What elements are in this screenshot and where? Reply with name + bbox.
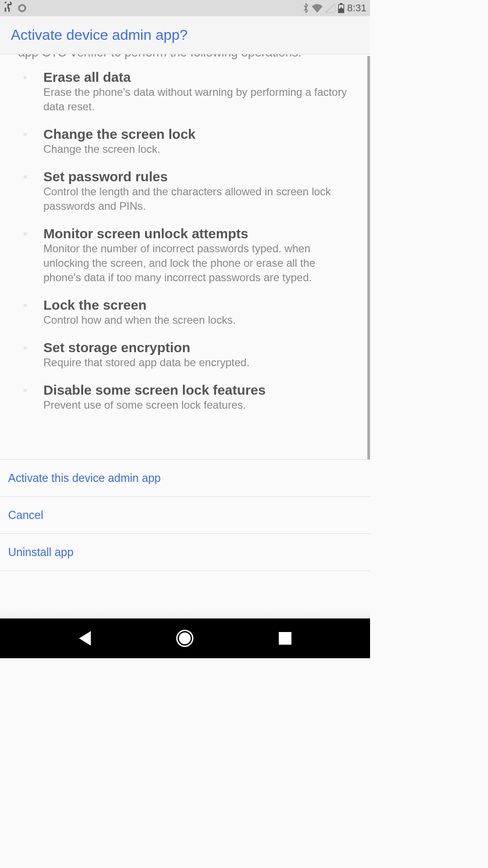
status-right-icons: 8:31 bbox=[303, 2, 366, 14]
scrollbar-thumb[interactable] bbox=[367, 56, 370, 459]
permission-title: Set password rules bbox=[43, 169, 352, 184]
home-icon[interactable] bbox=[176, 630, 193, 647]
permission-title: Erase all data bbox=[43, 70, 352, 85]
permission-item: Erase all data Erase the phone's data wi… bbox=[36, 70, 352, 114]
permission-desc: Monitor the number of incorrect password… bbox=[43, 241, 352, 285]
permission-title: Monitor screen unlock attempts bbox=[43, 226, 352, 241]
status-left-icons bbox=[4, 2, 26, 14]
permission-desc: Control the length and the characters al… bbox=[43, 184, 352, 213]
permission-item: Lock the screen Control how and when the… bbox=[36, 297, 352, 327]
permission-item: Change the screen lock Change the screen… bbox=[36, 127, 352, 156]
bluetooth-icon bbox=[303, 3, 309, 13]
permission-title: Change the screen lock bbox=[43, 127, 352, 142]
activate-button[interactable]: Activate this device admin app bbox=[0, 460, 370, 497]
cell-signal-icon bbox=[325, 4, 335, 13]
navigation-bar bbox=[0, 618, 370, 658]
app-header: Activate device admin app? bbox=[0, 16, 370, 54]
permission-title: Lock the screen bbox=[43, 297, 352, 313]
permission-item: Set password rules Control the length an… bbox=[36, 169, 352, 213]
intro-text: app CTS Verifier to perform the followin… bbox=[18, 54, 352, 61]
wifi-icon bbox=[312, 4, 323, 13]
status-bar: 8:31 bbox=[0, 0, 370, 16]
bottom-shadow bbox=[0, 608, 370, 618]
battery-charging-icon bbox=[338, 3, 344, 13]
permission-item: Monitor screen unlock attempts Monitor t… bbox=[36, 226, 352, 285]
permission-desc: Require that stored app data be encrypte… bbox=[43, 355, 352, 370]
permission-desc: Change the screen lock. bbox=[43, 142, 352, 156]
permission-item: Set storage encryption Require that stor… bbox=[36, 340, 352, 370]
permission-list: Erase all data Erase the phone's data wi… bbox=[18, 70, 352, 412]
permission-title: Set storage encryption bbox=[43, 340, 352, 355]
cancel-button[interactable]: Cancel bbox=[0, 497, 370, 534]
fi-icon bbox=[4, 2, 13, 14]
uninstall-button[interactable]: Uninstall app bbox=[0, 534, 370, 571]
permission-desc: Erase the phone's data without warning b… bbox=[43, 85, 352, 114]
permission-desc: Prevent use of some screen lock features… bbox=[43, 398, 352, 412]
permission-item: Disable some screen lock features Preven… bbox=[36, 382, 352, 412]
svg-rect-1 bbox=[340, 3, 343, 5]
permission-title: Disable some screen lock features bbox=[43, 382, 352, 398]
svg-rect-2 bbox=[338, 9, 344, 13]
recent-apps-icon[interactable] bbox=[279, 632, 291, 645]
action-buttons: Activate this device admin app Cancel Un… bbox=[0, 459, 370, 571]
page-title: Activate device admin app? bbox=[11, 27, 188, 43]
permission-desc: Control how and when the screen locks. bbox=[43, 313, 352, 327]
status-time: 8:31 bbox=[347, 2, 366, 14]
circle-icon bbox=[18, 4, 26, 12]
content-scroll[interactable]: app CTS Verifier to perform the followin… bbox=[0, 54, 370, 459]
back-icon[interactable] bbox=[79, 631, 91, 646]
